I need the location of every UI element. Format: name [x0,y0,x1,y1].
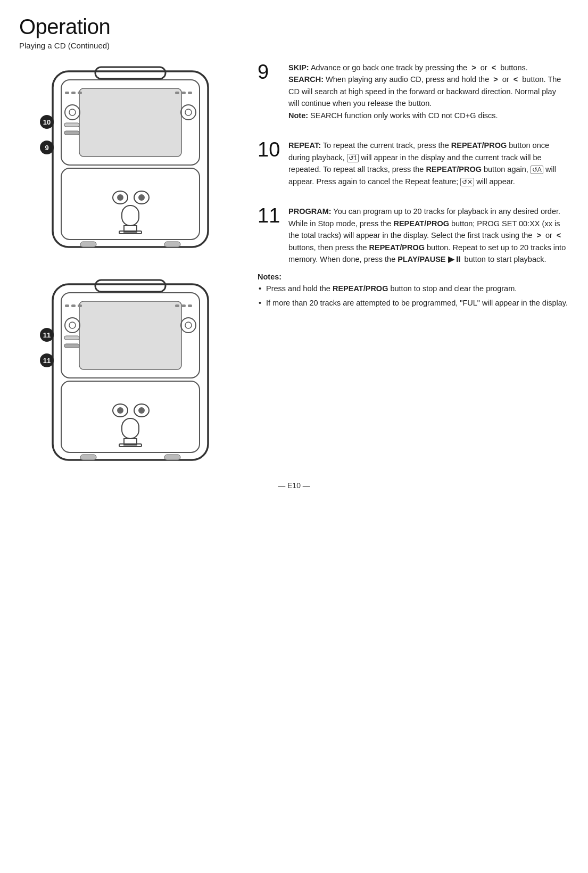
svg-rect-25 [164,242,180,247]
svg-point-36 [185,322,192,328]
svg-rect-51 [164,455,180,460]
badge-11-top: 11 [40,328,54,342]
left-column: 10 9 [19,62,243,472]
note-item-1: Press and hold the REPEAT/PROG button to… [258,283,569,294]
svg-point-5 [69,109,76,116]
svg-rect-38 [181,304,186,307]
svg-point-31 [69,322,76,328]
badge-9: 9 [40,141,54,154]
repeat-bold-1: REPEAT/PROG [451,141,507,150]
note-text: SEARCH function only works with CD not C… [310,111,498,120]
svg-point-20 [138,194,145,201]
step-11-block: 11 PROGRAM: You can program up to 20 tra… [258,205,569,311]
page-footer: — E10 — [19,481,569,490]
svg-rect-7 [71,92,76,94]
svg-point-4 [65,105,80,120]
svg-rect-2 [79,88,181,157]
step-11-header: 11 PROGRAM: You can program up to 20 tra… [258,205,569,265]
program-bold-1: REPEAT/PROG [393,219,449,228]
program-bold-3: PLAY/PAUSE ▶⏸ [397,255,462,263]
svg-point-46 [138,407,145,414]
repeat-text-4: button again, [484,165,531,174]
search-text: When playing any audio CD, press and hol… [288,75,561,108]
notes-list: Press and hold the REPEAT/PROG button to… [258,283,569,309]
note-item-2: If more than 20 tracks are attempted to … [258,297,569,309]
svg-point-19 [117,194,123,201]
page-container: Operation Playing a CD (Continued) 10 9 [0,0,588,506]
program-text-4: button to start playback. [465,255,546,263]
step-9-number: 9 [258,62,281,82]
page-title: Operation [19,15,569,39]
svg-rect-47 [122,418,139,439]
svg-rect-29 [95,280,165,292]
skip-text: Advance or go back one track by pressing… [311,63,528,72]
svg-rect-37 [175,304,179,307]
svg-point-35 [181,318,196,333]
step-9-block: 9 SKIP: Advance or go back one track by … [258,62,569,125]
svg-rect-6 [65,92,69,94]
bottom-device-svg [32,275,229,472]
step-11-text: PROGRAM: You can program up to 20 tracks… [288,205,569,265]
right-column: 9 SKIP: Advance or go back one track by … [243,62,569,472]
svg-point-9 [181,105,196,120]
svg-point-30 [65,318,80,333]
step-10-block: 10 REPEAT: To repeat the current track, … [258,139,569,191]
svg-point-10 [185,109,192,116]
svg-rect-32 [65,304,69,307]
main-content: 10 9 [19,62,569,472]
svg-rect-21 [122,205,139,226]
step-11-number: 11 [258,205,281,226]
repeat-sym-1: ↺1 [347,154,359,162]
svg-rect-40 [64,336,79,340]
step-9-text: SKIP: Advance or go back one track by pr… [288,62,569,121]
step-10-text: REPEAT: To repeat the current track, pre… [288,139,569,187]
note-label: Note: [288,111,308,120]
repeat-text-6: will appear. [476,177,515,186]
skip-label: SKIP: [288,63,309,72]
svg-rect-39 [188,304,192,307]
repeat-bold-2: REPEAT/PROG [426,165,481,174]
svg-rect-12 [181,92,186,94]
step-10-number: 10 [258,139,281,160]
svg-rect-14 [64,123,79,127]
svg-rect-28 [79,301,181,369]
badge-11-bottom: 11 [40,353,54,367]
top-device-wrapper: 10 9 [19,62,243,259]
svg-rect-16 [61,168,200,240]
svg-rect-11 [175,92,179,94]
repeat-sym-2: ↺A [531,166,543,174]
step-10-header: 10 REPEAT: To repeat the current track, … [258,139,569,187]
svg-rect-42 [61,381,200,452]
top-device-svg [32,62,229,259]
badge-10: 10 [40,115,54,129]
svg-rect-41 [64,344,79,348]
bottom-device-wrapper: 11 11 [19,275,243,472]
search-label: SEARCH: [288,75,324,84]
svg-rect-15 [64,131,79,135]
svg-rect-50 [80,455,96,460]
svg-rect-34 [78,304,82,307]
program-bold-2: REPEAT/PROG [369,243,425,252]
repeat-text-1: To repeat the current track, press the [323,141,451,150]
notes-section: Notes: Press and hold the REPEAT/PROG bu… [258,271,569,309]
notes-label: Notes: [258,271,569,283]
svg-rect-3 [95,67,165,79]
svg-rect-13 [188,92,192,94]
svg-point-45 [117,407,123,414]
repeat-sym-3: ↺✕ [460,178,474,186]
svg-rect-8 [78,92,82,94]
svg-rect-33 [71,304,76,307]
page-subtitle: Playing a CD (Continued) [19,41,569,50]
program-label: PROGRAM: [288,207,332,216]
svg-rect-24 [80,242,96,247]
repeat-label: REPEAT: [288,141,321,150]
step-9-header: 9 SKIP: Advance or go back one track by … [258,62,569,121]
